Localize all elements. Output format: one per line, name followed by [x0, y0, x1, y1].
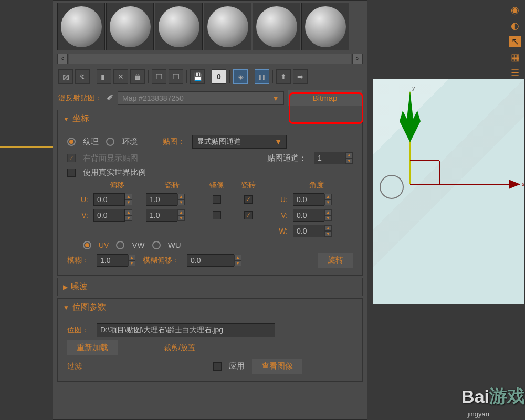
sample-type-icon[interactable]: ◉	[509, 4, 521, 16]
u-angle-spinner[interactable]: 0.0▲▼	[293, 193, 340, 206]
make-copy-icon[interactable]: ❐	[152, 69, 166, 84]
save-icon[interactable]: 💾	[190, 69, 205, 84]
v-offset-spinner[interactable]: 0.0▲▼	[93, 209, 141, 222]
v-tile-spinner[interactable]: 1.0▲▼	[146, 209, 198, 222]
environment-radio-label: 环境	[122, 137, 138, 147]
bitmap-path-field[interactable]: D:\项目\贴图\大理石\爵士白大理石.jpg	[97, 323, 275, 337]
viewport-preview[interactable]: x y	[373, 79, 525, 304]
uv-radio[interactable]	[83, 241, 91, 249]
material-editor-panel: < > ▨ ↯ ◧ ✕ 🗑 ❐ ❒ 💾 0 ◈ ⫿⫿ ⬆ ➡ 漫反射贴图： ✐ …	[52, 0, 368, 420]
coordinates-title: 坐标	[72, 113, 89, 124]
assign-material-icon[interactable]: ◧	[97, 69, 111, 84]
w-angle-spinner[interactable]: 0.0▲▼	[293, 225, 340, 237]
map-channel-spinner[interactable]: 1 ▲▼	[314, 152, 353, 164]
scroll-right-button[interactable]: >	[352, 54, 363, 64]
make-unique-icon[interactable]: ❒	[169, 69, 183, 84]
bitmap-params-rollup: ▼ 位图参数 位图： D:\项目\贴图\大理石\爵士白大理石.jpg 重新加载 …	[57, 298, 363, 382]
collapse-arrow-icon: ▼	[63, 304, 69, 311]
environment-radio[interactable]	[106, 138, 114, 146]
u-mirror-checkbox[interactable]	[213, 195, 221, 204]
noise-rollup-header[interactable]: ▶ 噪波	[58, 278, 362, 296]
view-image-button[interactable]: 查看图像	[252, 359, 302, 374]
go-forward-icon[interactable]: ➡	[293, 69, 308, 84]
backlight-icon[interactable]: ◐	[509, 20, 521, 32]
texture-radio[interactable]	[67, 138, 76, 146]
yellow-guide-line	[0, 146, 52, 148]
watermark-text: Bai	[461, 386, 489, 407]
watermark-game: 游戏	[489, 384, 525, 408]
tile-header: 瓷砖	[146, 181, 198, 190]
bitmap-type-button[interactable]: Bitmap	[288, 90, 362, 106]
show-on-back-label: 在背面显示贴图	[83, 153, 138, 163]
v-angle-label: V:	[267, 211, 288, 219]
show-map-icon[interactable]: ◈	[233, 69, 248, 84]
show-on-back-checkbox[interactable]	[67, 154, 76, 162]
diffuse-map-label: 漫反射贴图：	[58, 93, 102, 103]
svg-text:x: x	[522, 181, 525, 187]
noise-title: 噪波	[71, 281, 88, 292]
svg-marker-4	[400, 91, 421, 142]
angle-header: 角度	[293, 181, 340, 190]
zero-icon[interactable]: 0	[212, 69, 226, 84]
material-sample-2[interactable]	[106, 3, 154, 50]
gizmo-icon: x y	[373, 79, 525, 305]
go-parent-icon[interactable]: ⬆	[276, 69, 291, 84]
mapping-mode-dropdown[interactable]: 显式贴图通道 ▼	[192, 135, 287, 149]
reload-button[interactable]: 重新加载	[67, 340, 118, 355]
material-sample-4[interactable]	[204, 3, 251, 50]
scroll-left-button[interactable]: <	[57, 54, 68, 64]
delete-icon[interactable]: 🗑	[130, 69, 145, 84]
vw-radio-label: VW	[132, 240, 144, 249]
mapping-mode-value: 显式贴图通道	[197, 137, 241, 146]
u-tile-spinner[interactable]: 1.0▲▼	[146, 193, 198, 206]
collapse-arrow-icon: ▼	[63, 116, 69, 123]
wu-radio[interactable]	[152, 241, 161, 249]
u-tile-checkbox[interactable]	[244, 195, 253, 204]
material-sample-1[interactable]	[57, 3, 105, 50]
dropdown-arrow-icon: ▼	[272, 94, 279, 102]
eyedropper-icon[interactable]: ✐	[107, 93, 113, 103]
reset-material-icon[interactable]: ✕	[113, 69, 128, 84]
material-sample-5[interactable]	[253, 3, 300, 50]
bitmap-params-title: 位图参数	[72, 302, 106, 313]
blur-spinner[interactable]: 1.0▲▼	[97, 254, 135, 267]
vw-radio[interactable]	[116, 241, 124, 249]
u-offset-spinner[interactable]: 0.0▲▼	[93, 193, 141, 206]
offset-header: 偏移	[93, 181, 141, 190]
bitmap-params-rollup-header[interactable]: ▼ 位图参数	[58, 299, 362, 316]
put-to-scene-icon[interactable]: ↯	[75, 69, 90, 84]
map-name-dropdown[interactable]: Map #2138387250 ▼	[118, 91, 284, 105]
expand-arrow-icon: ▶	[63, 284, 68, 291]
svg-point-8	[380, 175, 403, 198]
apply-checkbox[interactable]	[213, 362, 222, 371]
u-angle-label: U:	[267, 195, 288, 204]
v-mirror-checkbox[interactable]	[213, 211, 221, 219]
apply-label: 应用	[229, 361, 245, 371]
v-angle-spinner[interactable]: 0.0▲▼	[293, 209, 340, 222]
scrollbar-track[interactable]	[69, 54, 351, 64]
checker-icon[interactable]: ▦	[509, 51, 521, 63]
rotate-button[interactable]: 旋转	[318, 253, 353, 268]
wu-radio-label: WU	[168, 240, 181, 249]
mirror-header: 镜像	[204, 181, 230, 190]
v-axis-label: V:	[67, 211, 88, 219]
bitmap-path-label: 位图：	[67, 326, 89, 335]
real-world-checkbox[interactable]	[67, 169, 76, 177]
material-sample-6[interactable]	[301, 3, 349, 50]
show-end-result-icon[interactable]: ⫿⫿	[255, 69, 269, 84]
blur-offset-spinner[interactable]: 0.0▲▼	[187, 254, 242, 267]
cursor-icon[interactable]: ↖	[509, 36, 521, 47]
mapping-label: 贴图：	[163, 137, 185, 146]
crop-label: 裁剪/放置	[164, 343, 195, 353]
dropdown-arrow-icon: ▼	[275, 138, 282, 146]
coordinates-rollup-header[interactable]: ▼ 坐标	[58, 110, 362, 128]
svg-text:y: y	[412, 85, 415, 91]
w-angle-label: W:	[267, 227, 288, 235]
coordinates-rollup: ▼ 坐标 纹理 环境 贴图： 显式贴图通道 ▼ 在背面显示贴图 贴图通道：	[57, 110, 363, 276]
material-sample-3[interactable]	[155, 3, 203, 50]
get-material-icon[interactable]: ▨	[58, 69, 73, 84]
watermark: Bai 游戏 jingyan	[399, 373, 525, 420]
options-icon[interactable]: ☰	[509, 67, 521, 79]
filter-label: 过滤	[67, 362, 120, 371]
v-tile-checkbox[interactable]	[244, 211, 253, 219]
